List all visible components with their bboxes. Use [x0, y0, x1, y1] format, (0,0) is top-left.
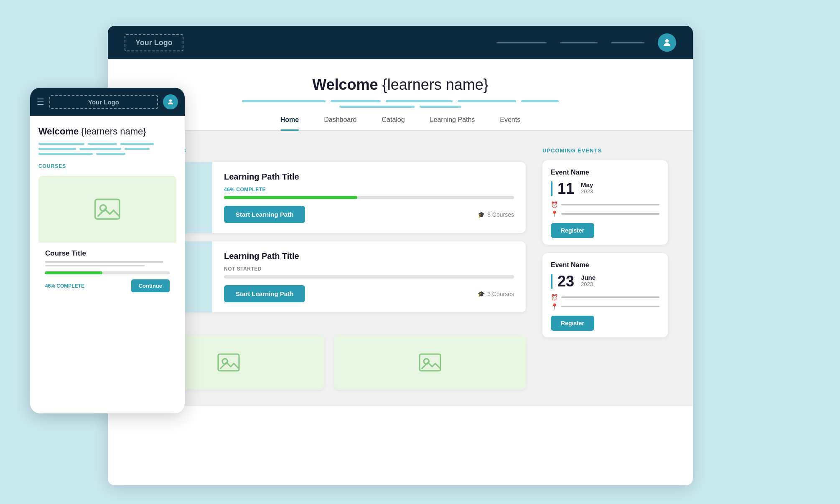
- event-location-line-1: [561, 213, 659, 215]
- nav-placeholder-1: [496, 42, 547, 43]
- register-button-2[interactable]: Register: [551, 316, 594, 331]
- event-card-2: Event Name 23 June 2023 ⏰ 📍: [542, 253, 668, 337]
- courses-count-text-2: 3 Courses: [487, 291, 514, 297]
- mobile-subtitle-row-1: [38, 143, 176, 145]
- mobile-sub-line-8: [96, 153, 125, 155]
- mobile-mockup: ☰ Your Logo Welcome {learners name}: [30, 88, 185, 413]
- event-location-row-2: 📍: [551, 303, 659, 310]
- desktop-nav-right: [496, 33, 676, 52]
- event-name-2: Event Name: [551, 261, 659, 269]
- event-year-1: 2023: [581, 188, 593, 195]
- event-month-year-2: June 2023: [581, 274, 596, 287]
- subtitle-line-1: [242, 100, 326, 102]
- courses-section-label: COURSES: [133, 321, 526, 327]
- lp-bottom-2: Start Learning Path 🎓 3 Courses: [224, 285, 514, 302]
- welcome-bold: Welcome: [312, 76, 378, 93]
- subtitle-line-5: [521, 100, 559, 102]
- lp-progress-fill-1: [224, 196, 357, 199]
- course-card-2: [334, 335, 526, 390]
- mobile-course-content: Course Title 46% COMPLETE Continue: [38, 243, 176, 299]
- desktop-main: LEARNING PATHS Learning Path Title 46% C…: [108, 131, 693, 406]
- courses-count-text-1: 8 Courses: [487, 211, 514, 218]
- event-date-bar-2: [551, 274, 552, 289]
- course-card-image-2: [334, 335, 526, 390]
- event-time-line-1: [561, 204, 659, 205]
- mobile-sub-line-7: [38, 153, 93, 155]
- mobile-content: Welcome {learners name} COURSES: [30, 116, 185, 316]
- event-name-1: Event Name: [551, 169, 659, 176]
- event-date-row-1: 11 May 2023: [551, 181, 659, 196]
- lp-title-1: Learning Path Title: [224, 172, 514, 182]
- event-time-row-2: ⏰: [551, 294, 659, 301]
- learning-paths-label: LEARNING PATHS: [133, 147, 526, 154]
- welcome-subtitle-lines: [133, 100, 668, 108]
- desktop-welcome-title: Welcome {learners name}: [133, 76, 668, 94]
- event-date-row-2: 23 June 2023: [551, 274, 659, 289]
- mobile-logo: Your Logo: [49, 95, 158, 109]
- mobile-course-image: [38, 176, 176, 243]
- mobile-desc-line-1: [45, 261, 163, 263]
- desktop-right-col: UPCOMING EVENTS Event Name 11 May 2023 ⏰: [542, 147, 668, 390]
- event-date-bar-1: [551, 181, 552, 196]
- subtitle-line-group-1: [242, 100, 559, 102]
- lp-progress-bg-2: [224, 275, 514, 279]
- mobile-sub-line-2: [88, 143, 117, 145]
- mobile-sub-line-3: [120, 143, 154, 145]
- event-time-line-2: [561, 296, 659, 298]
- event-year-2: 2023: [581, 281, 596, 287]
- learning-path-card-1: Learning Path Title 46% COMPLETE Start L…: [133, 162, 526, 233]
- event-location-line-2: [561, 306, 659, 307]
- mobile-sub-line-4: [38, 148, 76, 150]
- lp-status-1: 46% COMPLETE: [224, 187, 514, 192]
- mobile-course-desc-lines: [45, 261, 170, 266]
- desktop-mockup: Your Logo Welcome {learners name}: [108, 26, 693, 485]
- event-time-row-1: ⏰: [551, 201, 659, 208]
- lp-content-2: Learning Path Title NOT STARTED Start Le…: [212, 241, 526, 312]
- lp-progress-bg-1: [224, 196, 514, 199]
- desktop-welcome-area: Welcome {learners name}: [108, 59, 693, 108]
- desktop-user-avatar[interactable]: [658, 33, 676, 52]
- tab-catalog[interactable]: Catalog: [382, 116, 405, 130]
- lp-content-1: Learning Path Title 46% COMPLETE Start L…: [212, 162, 526, 233]
- subtitle-line-7: [420, 106, 461, 108]
- svg-point-9: [169, 99, 172, 102]
- mobile-course-title: Course Title: [45, 249, 170, 258]
- learning-path-card-2: Learning Path Title NOT STARTED Start Le…: [133, 241, 526, 312]
- nav-placeholder-2: [560, 42, 598, 43]
- lp-bottom-1: Start Learning Path 🎓 8 Courses: [224, 206, 514, 223]
- upcoming-events-label: UPCOMING EVENTS: [542, 147, 668, 154]
- mobile-course-status: 46% COMPLETE: [45, 283, 84, 289]
- event-month-year-1: May 2023: [581, 181, 593, 195]
- mobile-sub-line-5: [79, 148, 121, 150]
- hamburger-icon[interactable]: ☰: [37, 97, 44, 107]
- register-button-1[interactable]: Register: [551, 223, 594, 238]
- tab-learning-paths[interactable]: Learning Paths: [430, 116, 475, 130]
- tab-dashboard[interactable]: Dashboard: [324, 116, 356, 130]
- desktop-tabs: Home Dashboard Catalog Learning Paths Ev…: [108, 108, 693, 131]
- courses-icon-2: 🎓: [478, 291, 485, 297]
- event-card-1: Event Name 11 May 2023 ⏰ 📍 R: [542, 160, 668, 245]
- start-learning-path-button-2[interactable]: Start Learning Path: [224, 285, 305, 302]
- mobile-welcome-normal: {learners name}: [79, 126, 146, 137]
- event-month-1: May: [581, 181, 593, 188]
- clock-icon-2: ⏰: [551, 294, 558, 301]
- mobile-progress-bg: [45, 271, 170, 274]
- mobile-desc-line-2: [45, 265, 145, 266]
- continue-button[interactable]: Continue: [131, 279, 170, 292]
- desktop-logo: Your Logo: [125, 34, 183, 51]
- mobile-card-bottom: 46% COMPLETE Continue: [45, 279, 170, 292]
- mobile-navbar: ☰ Your Logo: [30, 88, 185, 116]
- mobile-welcome-title: Welcome {learners name}: [38, 126, 176, 137]
- event-day-1: 11: [557, 181, 574, 196]
- lp-courses-count-2: 🎓 3 Courses: [478, 291, 514, 297]
- mobile-subtitle-lines: [38, 143, 176, 155]
- mobile-user-avatar[interactable]: [163, 94, 178, 109]
- start-learning-path-button-1[interactable]: Start Learning Path: [224, 206, 305, 223]
- mobile-subtitle-row-2: [38, 148, 176, 150]
- desktop-left-col: LEARNING PATHS Learning Path Title 46% C…: [133, 147, 526, 390]
- location-icon-2: 📍: [551, 303, 558, 310]
- lp-status-2: NOT STARTED: [224, 266, 514, 272]
- tab-events[interactable]: Events: [500, 116, 520, 130]
- mobile-sub-line-6: [125, 148, 150, 150]
- tab-home[interactable]: Home: [280, 116, 299, 130]
